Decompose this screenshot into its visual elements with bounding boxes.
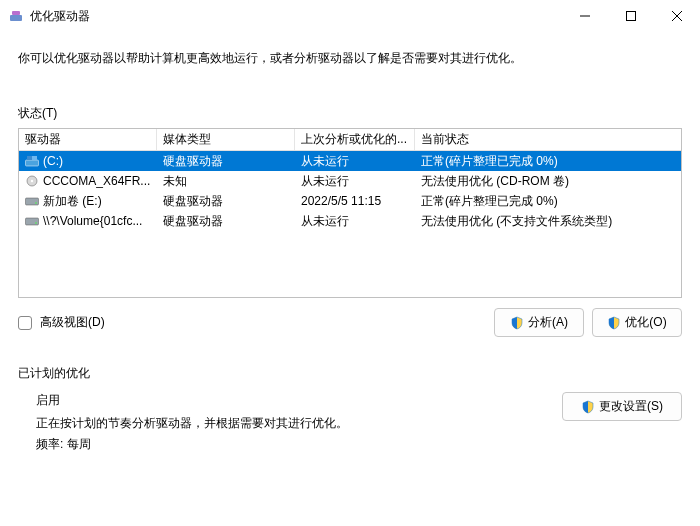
- schedule-enabled: 启用: [36, 392, 562, 409]
- drive-state: 正常(碎片整理已完成 0%): [415, 151, 681, 171]
- drive-media: 未知: [157, 171, 295, 191]
- maximize-button[interactable]: [608, 0, 654, 32]
- drive-icon: [25, 195, 39, 207]
- drive-state: 无法使用优化 (CD-ROM 卷): [415, 171, 681, 191]
- drive-icon: [25, 215, 39, 227]
- svg-rect-11: [26, 198, 39, 205]
- col-state[interactable]: 当前状态: [415, 129, 681, 150]
- col-media[interactable]: 媒体类型: [157, 129, 295, 150]
- table-row[interactable]: 新加卷 (E:)硬盘驱动器2022/5/5 11:15正常(碎片整理已完成 0%…: [19, 191, 681, 211]
- shield-icon: [607, 316, 621, 330]
- svg-rect-13: [26, 218, 39, 225]
- change-settings-button[interactable]: 更改设置(S): [562, 392, 682, 421]
- drive-icon: [25, 175, 39, 187]
- drive-table: 驱动器 媒体类型 上次分析或优化的... 当前状态 (C:)硬盘驱动器从未运行正…: [18, 128, 682, 298]
- svg-rect-3: [627, 12, 636, 21]
- drive-name: (C:): [43, 154, 63, 168]
- status-label: 状态(T): [18, 105, 682, 122]
- drive-last: 2022/5/5 11:15: [295, 191, 415, 211]
- optimize-label: 优化(O): [625, 314, 666, 331]
- drive-media: 硬盘驱动器: [157, 211, 295, 231]
- drive-name: CCCOMA_X64FR...: [43, 174, 150, 188]
- drive-media: 硬盘驱动器: [157, 191, 295, 211]
- drive-state: 无法使用优化 (不支持文件系统类型): [415, 211, 681, 231]
- svg-rect-0: [10, 15, 22, 21]
- table-header: 驱动器 媒体类型 上次分析或优化的... 当前状态: [19, 129, 681, 151]
- drive-name: \\?\Volume{01cfc...: [43, 214, 142, 228]
- table-row[interactable]: \\?\Volume{01cfc...硬盘驱动器从未运行无法使用优化 (不支持文…: [19, 211, 681, 231]
- drive-state: 正常(碎片整理已完成 0%): [415, 191, 681, 211]
- table-row[interactable]: CCCOMA_X64FR...未知从未运行无法使用优化 (CD-ROM 卷): [19, 171, 681, 191]
- drive-media: 硬盘驱动器: [157, 151, 295, 171]
- change-settings-label: 更改设置(S): [599, 398, 663, 415]
- schedule-title: 已计划的优化: [18, 365, 682, 382]
- advanced-view-label[interactable]: 高级视图(D): [40, 314, 105, 331]
- titlebar: 优化驱动器: [0, 0, 700, 32]
- shield-icon: [510, 316, 524, 330]
- svg-rect-7: [27, 156, 32, 160]
- optimize-button[interactable]: 优化(O): [592, 308, 682, 337]
- drive-last: 从未运行: [295, 151, 415, 171]
- svg-rect-1: [12, 11, 20, 15]
- schedule-freq: 频率: 每周: [36, 436, 562, 453]
- drive-icon: [25, 155, 39, 167]
- drive-last: 从未运行: [295, 211, 415, 231]
- app-icon: [8, 8, 24, 24]
- drive-last: 从未运行: [295, 171, 415, 191]
- close-button[interactable]: [654, 0, 700, 32]
- minimize-button[interactable]: [562, 0, 608, 32]
- analyze-button[interactable]: 分析(A): [494, 308, 584, 337]
- schedule-desc: 正在按计划的节奏分析驱动器，并根据需要对其进行优化。: [36, 415, 562, 432]
- svg-point-14: [35, 222, 37, 224]
- drive-name: 新加卷 (E:): [43, 193, 102, 210]
- svg-point-12: [35, 202, 37, 204]
- svg-point-10: [31, 180, 33, 182]
- col-drive[interactable]: 驱动器: [19, 129, 157, 150]
- svg-rect-6: [26, 160, 39, 166]
- svg-rect-8: [32, 156, 37, 160]
- window-title: 优化驱动器: [30, 8, 90, 25]
- col-last[interactable]: 上次分析或优化的...: [295, 129, 415, 150]
- advanced-view-checkbox[interactable]: [18, 316, 32, 330]
- table-row[interactable]: (C:)硬盘驱动器从未运行正常(碎片整理已完成 0%): [19, 151, 681, 171]
- analyze-label: 分析(A): [528, 314, 568, 331]
- shield-icon: [581, 400, 595, 414]
- intro-text: 你可以优化驱动器以帮助计算机更高效地运行，或者分析驱动器以了解是否需要对其进行优…: [18, 44, 682, 79]
